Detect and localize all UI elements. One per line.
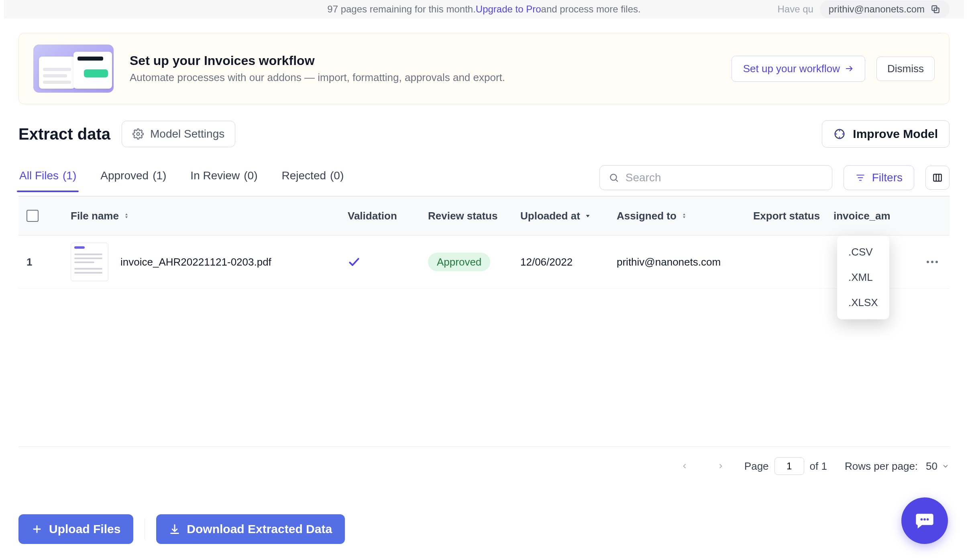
tab-approved[interactable]: Approved (1) — [100, 169, 167, 192]
next-page-button[interactable] — [715, 460, 727, 472]
row-more-button[interactable] — [923, 253, 942, 271]
pagination-bar: Page of 1 Rows per page: 50 — [18, 446, 950, 475]
svg-marker-14 — [125, 217, 128, 219]
filters-label: Filters — [872, 171, 903, 184]
setup-workflow-label: Set up your workflow — [743, 63, 840, 75]
chat-fab[interactable] — [901, 497, 948, 544]
search-input[interactable] — [626, 171, 823, 184]
search-box[interactable] — [599, 165, 832, 190]
model-settings-label: Model Settings — [150, 128, 224, 140]
download-extracted-button[interactable]: Download Extracted Data — [156, 514, 345, 544]
tab-in-review-label: In Review — [190, 169, 240, 182]
tab-approved-label: Approved — [100, 169, 149, 182]
page-title: Extract data — [18, 125, 110, 143]
validation-check-icon — [348, 256, 428, 268]
promo-subtitle: Automate processes with our addons — imp… — [130, 71, 505, 84]
setup-workflow-button[interactable]: Set up your workflow — [732, 56, 865, 82]
col-review-status[interactable]: Review status — [428, 210, 520, 222]
col-invoice-am-label: invoice_am — [833, 210, 891, 222]
col-uploaded-at[interactable]: Uploaded at — [520, 210, 617, 222]
row-number: 1 — [26, 256, 71, 268]
download-extracted-label: Download Extracted Data — [187, 522, 332, 536]
assigned-to: prithiv@nanonets.com — [617, 256, 753, 268]
filter-icon — [855, 172, 866, 183]
svg-point-20 — [935, 261, 938, 263]
col-validation-label: Validation — [348, 210, 397, 222]
search-icon — [609, 172, 619, 183]
tab-all-files-label: All Files — [19, 169, 59, 182]
dismiss-label: Dismiss — [887, 63, 924, 75]
gear-icon — [132, 128, 144, 140]
col-export-status[interactable]: Export status — [753, 210, 833, 222]
improve-model-label: Improve Model — [853, 127, 938, 141]
svg-point-19 — [931, 261, 933, 263]
improve-icon — [833, 128, 846, 140]
svg-point-24 — [921, 518, 923, 521]
col-assigned-to-label: Assigned to — [617, 210, 677, 222]
table-row[interactable]: 1 invoice_AHR20221121-0203.pdf Approved … — [18, 235, 950, 289]
col-invoice-am[interactable]: invoice_am — [833, 210, 942, 222]
user-email-pill[interactable]: prithiv@nanonets.com — [820, 0, 950, 18]
select-all-checkbox[interactable] — [26, 210, 39, 222]
columns-button[interactable] — [925, 166, 950, 190]
prev-page-button[interactable] — [679, 460, 691, 472]
uploaded-at: 12/06/2022 — [520, 256, 617, 268]
page-label: Page — [744, 460, 769, 473]
promo-illustration — [33, 45, 114, 93]
export-xlsx[interactable]: .XLSX — [837, 290, 889, 315]
rows-per-page-select[interactable]: 50 — [926, 460, 950, 473]
caret-down-icon — [584, 212, 591, 219]
page-of-label: of 1 — [810, 460, 827, 473]
files-table: File name Validation Review status Uploa… — [18, 196, 950, 289]
svg-point-26 — [927, 518, 929, 521]
dismiss-button[interactable]: Dismiss — [876, 57, 935, 81]
divider — [145, 519, 145, 540]
top-notice-prefix: 97 pages remaining for this month. — [327, 4, 476, 15]
svg-point-5 — [610, 174, 616, 180]
top-notice-suffix: and process more files. — [541, 4, 641, 15]
svg-line-6 — [616, 180, 618, 182]
copy-icon[interactable] — [930, 4, 941, 14]
table-header: File name Validation Review status Uploa… — [18, 196, 950, 235]
document-thumbnail[interactable] — [71, 243, 108, 281]
col-review-status-label: Review status — [428, 210, 497, 222]
upload-files-label: Upload Files — [49, 522, 120, 536]
workflow-promo-banner: Set up your Invoices workflow Automate p… — [18, 33, 950, 104]
bottom-action-bar: Upload Files Download Extracted Data — [18, 514, 950, 544]
improve-model-button[interactable]: Improve Model — [822, 120, 950, 148]
arrow-right-icon — [845, 64, 854, 73]
tab-approved-count: (1) — [153, 169, 166, 182]
user-email: prithiv@nanonets.com — [829, 4, 925, 15]
review-status-badge: Approved — [428, 253, 490, 271]
tab-rejected-count: (0) — [330, 169, 344, 182]
export-xml[interactable]: .XML — [837, 265, 889, 290]
svg-marker-13 — [125, 213, 128, 215]
filters-button[interactable]: Filters — [844, 165, 914, 190]
have-questions-truncated: Have qu — [777, 4, 813, 15]
tab-rejected[interactable]: Rejected (0) — [281, 169, 345, 192]
rows-per-page-label: Rows per page: — [845, 460, 918, 473]
export-csv[interactable]: .CSV — [837, 239, 889, 265]
rows-per-page-value: 50 — [926, 460, 937, 473]
file-name: invoice_AHR20221121-0203.pdf — [120, 256, 271, 268]
col-export-status-label: Export status — [753, 210, 820, 222]
sort-icon — [123, 212, 130, 219]
page-input[interactable] — [774, 457, 804, 475]
svg-marker-15 — [586, 215, 589, 217]
svg-point-25 — [923, 518, 926, 521]
tab-rejected-label: Rejected — [282, 169, 326, 182]
svg-marker-16 — [683, 213, 685, 215]
col-file-name[interactable]: File name — [71, 210, 348, 222]
upload-files-button[interactable]: Upload Files — [18, 514, 133, 544]
top-notice-bar: 97 pages remaining for this month. Upgra… — [4, 0, 964, 18]
col-validation[interactable]: Validation — [348, 210, 428, 222]
col-file-name-label: File name — [71, 210, 119, 222]
model-settings-button[interactable]: Model Settings — [122, 121, 235, 147]
col-assigned-to[interactable]: Assigned to — [617, 210, 753, 222]
svg-rect-10 — [933, 174, 942, 181]
tab-in-review[interactable]: In Review (0) — [190, 169, 258, 192]
tab-all-files[interactable]: All Files (1) — [18, 169, 77, 192]
status-tabs: All Files (1) Approved (1) In Review (0)… — [18, 169, 344, 192]
svg-point-3 — [137, 133, 139, 136]
upgrade-link[interactable]: Upgrade to Pro — [476, 4, 541, 15]
